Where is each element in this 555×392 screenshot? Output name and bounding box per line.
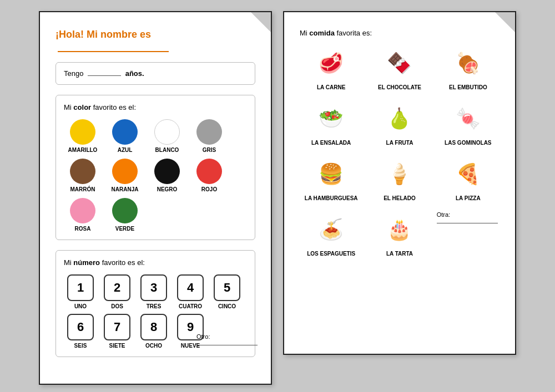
color-item: ROJO [190, 159, 228, 192]
page-2: Mi comida favorita es: 🥩LA CARNE🍫EL CHOC… [283, 11, 516, 355]
food-label: EL EMBUTIDO [449, 84, 487, 90]
name-line [58, 51, 169, 52]
food-label: LA PIZZA [456, 195, 481, 201]
number-box: 1 [67, 274, 94, 301]
pages-container: ¡Hola! Mi nombre es Tengo años. Mi color… [39, 11, 516, 385]
greeting-title: ¡Hola! Mi nombre es [56, 29, 255, 52]
color-label: VERDE [115, 226, 134, 232]
food-icon: 🥩 [309, 45, 354, 81]
food-item: 🍬LAS GOMINOLAS [437, 100, 500, 146]
food-item: 🎂LA TARTA [368, 211, 431, 257]
number-label: DOS [111, 303, 123, 309]
age-suffix: años. [125, 69, 144, 78]
page-corner-2 [495, 12, 515, 32]
food-icon: 🎂 [377, 211, 422, 247]
food-icon: 🍔 [309, 156, 354, 192]
food-suffix: favorita es: [335, 29, 372, 37]
color-item: GRIS [190, 119, 228, 153]
number-box: 8 [140, 314, 167, 340]
color-circle-marrón [70, 159, 95, 184]
food-label: LAS GOMINOLAS [445, 140, 491, 146]
food-item: 🍝LOS ESPAGUETIS [300, 211, 362, 257]
number-box: 2 [104, 274, 130, 301]
color-section: Mi color favorito es el: AMARILLOAZULBLA… [56, 95, 255, 240]
food-label: LA TARTA [386, 251, 413, 257]
number-item: 5CINCO [210, 274, 244, 309]
color-label: MARRÓN [70, 186, 95, 192]
food-item: 🍕LA PIZZA [437, 156, 500, 201]
number-item: 1UNO [64, 274, 97, 309]
numbers-grid: 1UNO2DOS3TRES4CUATRO5CINCO6SEIS7SIETE8OC… [64, 274, 247, 349]
food-label: LA ENSALADA [311, 140, 351, 146]
otro-label: Otro: [196, 333, 258, 347]
number-word: número [73, 258, 100, 267]
food-icon: 🍬 [446, 100, 490, 136]
number-item: 3TRES [137, 274, 170, 309]
number-label: OCHO [145, 343, 162, 349]
food-label: EL HELADO [384, 195, 416, 201]
number-label: UNO [74, 303, 87, 309]
number-box: 4 [177, 274, 204, 301]
color-circle-negro [154, 159, 180, 184]
food-prefix: Mi [300, 29, 309, 37]
color-item: NARANJA [106, 159, 144, 192]
otra-label: Otra: [437, 211, 500, 225]
color-label: ROJO [201, 186, 217, 192]
color-circle-amarillo [70, 119, 95, 145]
otra-line [437, 223, 498, 223]
color-suffix: favorito es el: [91, 103, 136, 111]
food-label: LA FRUTA [386, 140, 413, 146]
page-1: ¡Hola! Mi nombre es Tengo años. Mi color… [39, 11, 272, 385]
number-prefix: Mi [64, 258, 73, 267]
number-item: 6SEIS [64, 314, 97, 349]
color-circle-verde [112, 198, 138, 223]
number-item: 7SIETE [100, 314, 134, 349]
age-blank [88, 75, 121, 76]
number-label: TRES [147, 303, 162, 309]
food-item: 🍫EL CHOCOLATE [368, 45, 431, 90]
colors-grid: AMARILLOAZULBLANCOGRISMARRÓNNARANJANEGRO… [64, 119, 247, 232]
otra-item: Otra: [437, 211, 500, 257]
color-circle-naranja [112, 159, 138, 184]
number-label: CUATRO [179, 303, 202, 309]
color-circle-blanco [154, 119, 180, 145]
number-box: 5 [214, 274, 240, 301]
color-word: color [73, 103, 91, 111]
food-item: 🥗LA ENSALADA [300, 100, 362, 146]
greeting-text: ¡Hola! Mi nombre es [56, 29, 151, 40]
age-box: Tengo años. [56, 62, 255, 85]
number-suffix: favorito es el: [100, 258, 145, 267]
food-label: LA CARNE [317, 84, 345, 90]
number-label: SIETE [109, 343, 125, 349]
food-item: 🍦EL HELADO [368, 156, 431, 201]
food-grid: 🥩LA CARNE🍫EL CHOCOLATE🍖EL EMBUTIDO🥗LA EN… [300, 45, 500, 257]
page-corner-1 [251, 12, 271, 32]
food-word: comida [309, 29, 335, 37]
food-icon: 🍖 [446, 45, 490, 81]
number-item: 2DOS [100, 274, 134, 309]
food-icon: 🍝 [309, 211, 354, 247]
otro-item: Otro: [210, 314, 244, 349]
number-label: SEIS [74, 343, 87, 349]
color-circle-gris [196, 119, 222, 145]
color-label: AZUL [118, 147, 133, 153]
color-item: NEGRO [148, 159, 186, 192]
color-label: NEGRO [157, 186, 178, 192]
color-section-title: Mi color favorito es el: [64, 103, 247, 111]
color-item: ROSA [64, 198, 102, 232]
color-circle-rojo [196, 159, 222, 184]
color-item: VERDE [106, 198, 144, 232]
food-icon: 🍦 [377, 156, 422, 192]
color-circle-rosa [70, 198, 95, 223]
color-label: AMARILLO [68, 147, 98, 153]
color-circle-azul [112, 119, 138, 145]
color-item: MARRÓN [64, 159, 102, 192]
food-label: LA HAMBURGUESA [305, 195, 358, 201]
color-prefix: Mi [64, 103, 73, 111]
food-icon: 🍐 [377, 100, 422, 136]
age-prefix: Tengo [64, 69, 83, 78]
food-icon: 🍕 [446, 156, 490, 192]
color-label: BLANCO [155, 147, 179, 153]
food-section-title: Mi comida favorita es: [300, 29, 500, 37]
color-item: AMARILLO [64, 119, 102, 153]
